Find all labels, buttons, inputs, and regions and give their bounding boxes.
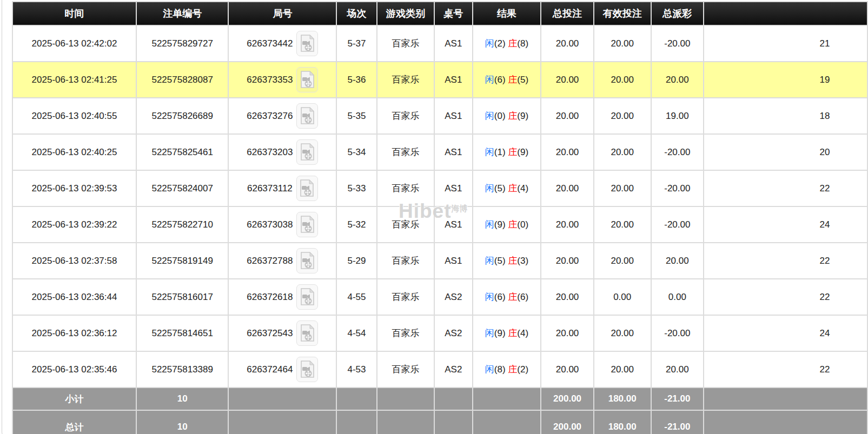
column-header-balance: [704, 2, 867, 25]
video-replay-button[interactable]: [296, 212, 318, 237]
result-banker-label: 庄: [508, 183, 517, 193]
total-valid-bet: 180.00: [594, 388, 651, 410]
round-id-wrap: 626373276: [247, 103, 318, 129]
video-replay-button[interactable]: [296, 284, 318, 310]
video-replay-button[interactable]: [296, 176, 318, 201]
table-row[interactable]: 2025-06-13 02:41:25522575828087626373353…: [12, 62, 867, 98]
cell-result: 闲(8) 庄(2): [473, 351, 541, 388]
video-replay-button[interactable]: [296, 357, 318, 382]
result-banker-value: (0): [517, 219, 528, 230]
cell-time: 2025-06-13 02:41:25: [12, 62, 136, 98]
table-row[interactable]: 2025-06-13 02:35:46522575813389626372464…: [12, 351, 867, 388]
cell-table-no: AS1: [434, 98, 472, 134]
cell-game-type: 百家乐: [377, 243, 434, 279]
video-replay-button[interactable]: [296, 67, 318, 92]
total-empty-cell: [704, 388, 867, 410]
cell-round-id: 626373442: [228, 25, 336, 62]
result-banker-value: (4): [517, 328, 528, 338]
cell-payout: 20.00: [651, 351, 704, 388]
video-replay-button[interactable]: [296, 139, 318, 165]
round-id-value: 626373038: [247, 219, 293, 230]
cell-bet-id: 522575814651: [136, 315, 228, 351]
video-replay-icon: [300, 35, 315, 52]
cell-valid-bet: 20.00: [594, 134, 651, 170]
round-id-value: 626373203: [247, 147, 293, 158]
table-row[interactable]: 2025-06-13 02:36:44522575816017626372618…: [12, 279, 867, 315]
round-id-wrap: 626373442: [247, 31, 318, 56]
cell-balance: 22: [704, 243, 867, 279]
table-row[interactable]: 2025-06-13 02:40:25522575825461626373203…: [12, 134, 867, 170]
cell-payout: -20.00: [651, 25, 704, 62]
video-replay-button[interactable]: [296, 248, 318, 273]
result-player-value: (5): [494, 256, 508, 266]
cell-time: 2025-06-13 02:35:46: [12, 351, 136, 388]
cell-result: 闲(2) 庄(8): [473, 25, 541, 62]
cell-bet-id: 522575822710: [136, 206, 228, 243]
cell-balance: 21: [704, 25, 867, 62]
column-header-result: 结果: [473, 2, 541, 25]
table-row[interactable]: 2025-06-13 02:42:02522575829727626373442…: [12, 25, 867, 62]
round-id-value: 626372543: [247, 328, 293, 339]
result-player-value: (5): [494, 183, 508, 193]
round-id-wrap: 626373038: [247, 212, 318, 237]
cell-result: 闲(9) 庄(0): [473, 206, 541, 243]
video-replay-icon: [300, 252, 315, 270]
cell-bet-id: 522575828087: [136, 62, 228, 98]
table-row[interactable]: 2025-06-13 02:39:53522575824007626373112…: [12, 170, 867, 206]
column-header-time: 时间: [12, 2, 136, 25]
table-row[interactable]: 2025-06-13 02:40:55522575826689626373276…: [12, 98, 867, 134]
cell-bet-id: 522575816017: [136, 279, 228, 315]
total-empty-cell: [473, 388, 541, 410]
total-empty-cell: [377, 410, 434, 434]
cell-time: 2025-06-13 02:40:25: [12, 134, 136, 170]
video-replay-button[interactable]: [296, 103, 318, 129]
result-banker-value: (9): [517, 111, 528, 121]
cell-payout: 20.00: [651, 62, 704, 98]
cell-bet-id: 522575813389: [136, 351, 228, 388]
cell-game-type: 百家乐: [377, 206, 434, 243]
cell-session: 5-32: [336, 206, 376, 243]
cell-valid-bet: 20.00: [594, 25, 651, 62]
column-header-session: 场次: [336, 2, 376, 25]
cell-balance: 18: [704, 98, 867, 134]
cell-table-no: AS1: [434, 134, 472, 170]
cell-total-bet: 20.00: [541, 134, 594, 170]
cell-round-id: 626373353: [228, 62, 336, 98]
cell-balance: 20: [704, 134, 867, 170]
round-id-value: 626373353: [247, 75, 293, 85]
total-total-bet: 200.00: [541, 410, 594, 434]
cell-valid-bet: 20.00: [594, 243, 651, 279]
video-replay-button[interactable]: [296, 321, 318, 346]
video-replay-icon: [300, 360, 315, 378]
result-player-label: 闲: [485, 364, 494, 375]
cell-time: 2025-06-13 02:39:53: [12, 170, 136, 206]
cell-result: 闲(6) 庄(6): [473, 279, 541, 315]
total-empty-cell: [377, 388, 434, 410]
table-row[interactable]: 2025-06-13 02:39:22522575822710626373038…: [12, 206, 867, 243]
cell-round-id: 626373038: [228, 206, 336, 243]
cell-round-id: 626372788: [228, 243, 336, 279]
result-banker-label: 庄: [508, 292, 517, 302]
total-count: 10: [136, 410, 228, 434]
result-banker-value: (6): [517, 292, 528, 302]
round-id-wrap: 626372788: [247, 248, 318, 273]
video-replay-button[interactable]: [296, 31, 318, 56]
video-replay-icon: [300, 71, 315, 89]
result-banker-label: 庄: [508, 147, 517, 157]
cell-time: 2025-06-13 02:40:55: [12, 98, 136, 134]
cell-valid-bet: 20.00: [594, 98, 651, 134]
result-player-label: 闲: [485, 38, 494, 49]
column-header-table_no: 桌号: [434, 2, 472, 25]
column-header-bet_id: 注单编号: [136, 2, 228, 25]
result-banker-label: 庄: [508, 75, 517, 85]
result-banker-value: (3): [517, 256, 528, 266]
cell-table-no: AS2: [434, 279, 472, 315]
cell-table-no: AS2: [434, 351, 472, 388]
cell-bet-id: 522575829727: [136, 25, 228, 62]
result-player-value: (9): [494, 219, 508, 230]
bet-records-table: 时间注单编号局号场次游戏类别桌号结果总投注有效投注总派彩 2025-06-13 …: [12, 1, 868, 434]
table-row[interactable]: 2025-06-13 02:37:58522575819149626372788…: [12, 243, 867, 279]
total-label: 小计: [12, 388, 136, 410]
cell-round-id: 626373112: [228, 170, 336, 206]
table-row[interactable]: 2025-06-13 02:36:12522575814651626372543…: [12, 315, 867, 351]
